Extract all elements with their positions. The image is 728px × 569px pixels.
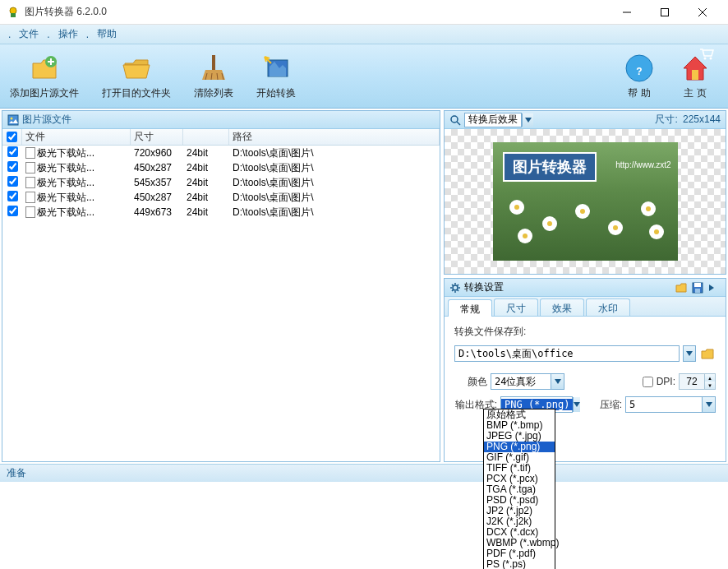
titlebar: 图片转换器 6.2.0.0 — [0, 0, 728, 25]
preview-mode-dropdown-arrow[interactable] — [522, 113, 533, 127]
svg-point-20 — [451, 116, 458, 123]
home-button[interactable]: 主 页 — [679, 52, 712, 100]
settings-header: 转换设置 — [445, 279, 726, 297]
file-icon — [25, 147, 35, 159]
col-file[interactable]: 文件 — [22, 129, 131, 145]
file-icon — [25, 177, 35, 188]
color-label: 颜色 — [454, 375, 487, 389]
settings-title: 转换设置 — [464, 280, 504, 294]
tab-general[interactable]: 常规 — [448, 299, 492, 317]
col-size[interactable]: 尺寸 — [131, 129, 183, 145]
svg-rect-9 — [212, 55, 215, 70]
table-header: 文件 尺寸 路径 — [2, 129, 440, 146]
svg-rect-17 — [692, 70, 698, 80]
table-row[interactable]: 极光下载站...450x28724bitD:\tools\桌面\图片\ — [2, 160, 440, 175]
table-row[interactable]: 极光下载站...545x35724bitD:\tools\桌面\图片\ — [2, 175, 440, 190]
folder-open-icon — [120, 52, 153, 85]
more-settings-icon[interactable] — [707, 281, 721, 294]
toolbar: 添加图片源文件 打开目的文件夹 清除列表 开始转换 ? 帮 助 主 页 — [0, 44, 728, 109]
row-checkbox[interactable] — [7, 191, 18, 201]
window-title: 图片转换器 6.2.0.0 — [25, 5, 608, 19]
row-checkbox[interactable] — [7, 206, 18, 216]
status-text: 准备 — [7, 466, 26, 480]
svg-point-19 — [11, 117, 13, 119]
col-bit[interactable] — [183, 129, 229, 145]
svg-point-22 — [453, 285, 458, 290]
compress-label: 压缩: — [600, 398, 622, 412]
clear-list-button[interactable]: 清除列表 — [194, 52, 233, 100]
menu-help[interactable]: 帮助 — [90, 25, 123, 43]
source-files-header: 图片源文件 — [2, 111, 440, 129]
file-icon — [25, 192, 35, 203]
svg-rect-24 — [694, 283, 701, 287]
open-settings-icon[interactable] — [675, 281, 688, 294]
statusbar: 准备 — [0, 464, 728, 482]
source-files-panel: 图片源文件 文件 尺寸 路径 极光下载站...720x96024bitD:\to… — [2, 110, 440, 462]
svg-rect-25 — [695, 289, 700, 293]
color-select[interactable]: 24位真彩 — [491, 373, 564, 390]
convert-icon — [260, 52, 293, 85]
preview-image: 图片转换器 http://www.zxt2 — [493, 142, 678, 261]
help-button[interactable]: ? 帮 助 — [623, 52, 656, 100]
preview-mode-select[interactable]: 转换后效果 — [464, 113, 522, 127]
gear-icon — [449, 282, 461, 294]
row-checkbox[interactable] — [7, 161, 18, 172]
open-dest-button[interactable]: 打开目的文件夹 — [102, 52, 171, 100]
svg-rect-3 — [661, 8, 669, 16]
home-icon — [679, 52, 712, 85]
help-icon: ? — [623, 52, 656, 85]
tab-size[interactable]: 尺寸 — [494, 298, 538, 316]
tab-watermark[interactable]: 水印 — [586, 298, 630, 316]
preview-box: 转换后效果 尺寸: 225x144 图片转换器 http://www.zxt2 — [444, 110, 726, 275]
compress-select[interactable]: 5 — [625, 396, 716, 413]
save-to-dropdown[interactable] — [683, 345, 696, 362]
table-body: 极光下载站...720x96024bitD:\tools\桌面\图片\极光下载站… — [2, 146, 440, 461]
preview-canvas: 图片转换器 http://www.zxt2 — [445, 129, 726, 274]
menu-file[interactable]: 文件 — [12, 25, 45, 43]
dpi-label: DPI: — [657, 376, 675, 387]
svg-rect-1 — [11, 13, 16, 17]
settings-tabs: 常规 尺寸 效果 水印 — [445, 297, 726, 317]
table-row[interactable]: 极光下载站...720x96024bitD:\tools\桌面\图片\ — [2, 146, 440, 160]
svg-rect-18 — [8, 115, 18, 125]
main-area: 图片源文件 文件 尺寸 路径 极光下载站...720x96024bitD:\to… — [0, 109, 728, 464]
row-checkbox[interactable] — [7, 146, 18, 157]
select-all-checkbox[interactable] — [7, 132, 17, 142]
save-to-label: 转换文件保存到: — [454, 325, 526, 339]
folder-plus-icon — [28, 52, 61, 85]
panel-title: 图片源文件 — [22, 113, 71, 127]
file-icon — [25, 206, 35, 218]
start-convert-button[interactable]: 开始转换 — [256, 52, 296, 100]
table-row[interactable]: 极光下载站...449x67324bitD:\tools\桌面\图片\ — [2, 205, 440, 220]
save-to-input[interactable] — [454, 345, 680, 362]
table-row[interactable]: 极光下载站...450x28724bitD:\tools\桌面\图片\ — [2, 190, 440, 205]
close-button[interactable] — [684, 0, 721, 25]
dpi-spinner[interactable]: ▲▼ — [679, 373, 716, 390]
image-icon — [7, 114, 19, 126]
maximize-button[interactable] — [646, 0, 684, 25]
add-source-button[interactable]: 添加图片源文件 — [10, 52, 79, 100]
app-icon — [7, 6, 20, 19]
svg-line-21 — [457, 122, 460, 125]
svg-point-0 — [10, 7, 16, 14]
col-path[interactable]: 路径 — [229, 129, 440, 145]
save-settings-icon[interactable] — [691, 281, 704, 294]
svg-text:?: ? — [636, 66, 642, 77]
menubar: . 文件 . 操作 . 帮助 — [0, 25, 728, 44]
row-checkbox[interactable] — [7, 176, 18, 187]
preview-dimension: 尺寸: 225x144 — [655, 113, 721, 127]
magnifier-icon — [449, 114, 461, 126]
minimize-button[interactable] — [608, 0, 646, 25]
preview-header: 转换后效果 尺寸: 225x144 — [445, 111, 726, 129]
broom-icon — [197, 52, 230, 85]
tab-effect[interactable]: 效果 — [540, 298, 584, 316]
browse-folder-button[interactable] — [699, 345, 716, 362]
dpi-checkbox[interactable] — [643, 377, 653, 387]
format-option[interactable]: PS (*.ps) — [484, 559, 555, 569]
menu-operate[interactable]: 操作 — [52, 25, 85, 43]
format-dropdown-list[interactable]: 原始格式BMP (*.bmp)JPEG (*.jpg)PNG (*.png)GI… — [483, 409, 555, 569]
file-icon — [25, 162, 35, 173]
